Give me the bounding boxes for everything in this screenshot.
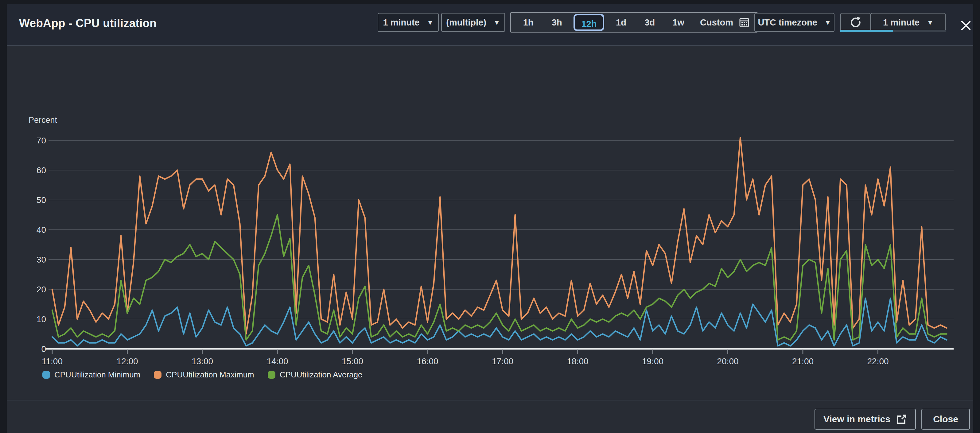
series-line-cpuutilization-minimum: [52, 298, 947, 346]
cloudwatch-metric-dialog-page: { "modal": { "title": "WebApp - CPU util…: [0, 0, 980, 433]
series-line-cpuutilization-average: [52, 215, 947, 340]
x-tick-label: 21:00: [792, 357, 814, 366]
x-tick-label: 22:00: [867, 357, 889, 366]
y-tick-label: 10: [37, 314, 46, 324]
y-tick-label: 40: [37, 225, 46, 235]
y-tick-label: 70: [37, 136, 46, 145]
x-tick-label: 16:00: [417, 357, 438, 366]
x-tick-label: 11:00: [42, 357, 63, 366]
y-tick-label: 60: [37, 166, 46, 175]
x-tick-label: 14:00: [266, 357, 288, 366]
y-tick-label: 30: [37, 255, 46, 264]
y-tick-label: 50: [37, 195, 46, 205]
cpu-utilization-chart[interactable]: 01020304050607011:0012:0013:0014:0015:00…: [0, 0, 980, 433]
x-tick-label: 18:00: [567, 357, 588, 366]
x-tick-label: 20:00: [717, 357, 738, 366]
y-tick-label: 0: [41, 344, 46, 354]
x-tick-label: 17:00: [492, 357, 513, 366]
y-tick-label: 20: [37, 285, 46, 294]
x-tick-label: 13:00: [192, 357, 213, 366]
x-tick-label: 12:00: [116, 357, 138, 366]
x-tick-label: 19:00: [642, 357, 663, 366]
series-line-cpuutilization-maximum: [52, 137, 947, 334]
x-tick-label: 15:00: [342, 357, 363, 366]
